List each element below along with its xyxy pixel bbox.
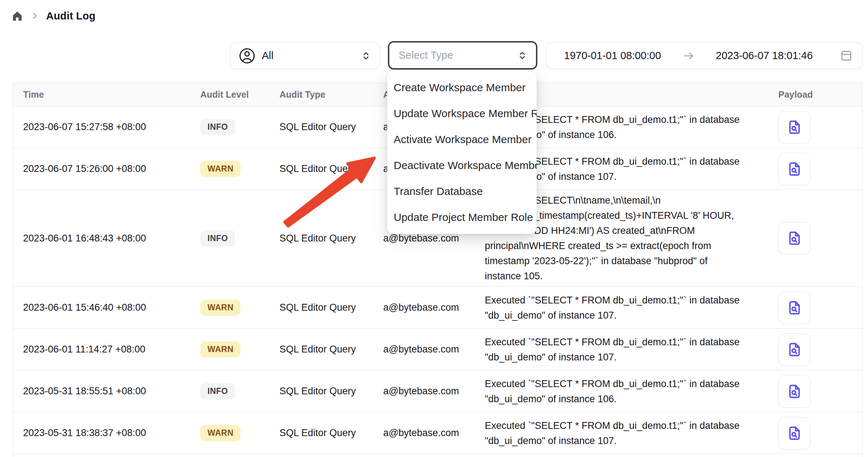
table-row: 2023-05-31 18:55:51 +08:00 INFO SQL Edit… <box>13 371 862 412</box>
cell-time: 2023-06-01 11:14:27 +08:00 <box>13 344 200 355</box>
dropdown-item[interactable]: Activate Workspace Member <box>387 127 537 152</box>
cell-comment: Executed `"SELECT * FROM db_ui_demo.t1;"… <box>485 334 778 365</box>
cell-payload <box>778 333 862 366</box>
col-header-time: Time <box>13 89 200 100</box>
cell-actor: a@bytebase.com <box>383 344 485 355</box>
chevron-updown-icon <box>360 50 372 62</box>
cell-audit-type: SQL Editor Query <box>279 121 383 133</box>
cell-audit-type: SQL Editor Query <box>279 344 383 355</box>
audit-level-badge: WARN <box>200 300 241 316</box>
audit-level-badge: INFO <box>200 119 235 135</box>
cell-comment: Executed `"SELECT * FROM db_ui_demo.t1;"… <box>485 293 778 323</box>
cell-audit-type: SQL Editor Query <box>279 427 383 439</box>
document-search-icon <box>786 119 803 136</box>
view-payload-button[interactable] <box>778 333 811 366</box>
view-payload-button[interactable] <box>778 153 811 185</box>
chevron-right-icon <box>30 11 40 21</box>
dropdown-item[interactable]: Create Workspace Member <box>387 75 537 101</box>
audit-level-badge: INFO <box>200 383 235 399</box>
view-payload-button[interactable] <box>778 292 811 324</box>
cell-time: 2023-06-01 15:46:40 +08:00 <box>13 302 200 313</box>
table-row: 2023-06-01 15:46:40 +08:00 WARN SQL Edit… <box>13 287 862 329</box>
cell-audit-type: SQL Editor Query <box>279 163 383 174</box>
cell-payload <box>778 375 862 408</box>
cell-time: 2023-06-01 16:48:43 +08:00 <box>13 233 200 244</box>
audit-level-badge: WARN <box>200 161 241 177</box>
page-title: Audit Log <box>46 10 95 22</box>
document-search-icon <box>786 425 803 442</box>
date-range-end[interactable]: 2023-06-07 18:01:46 <box>716 50 813 62</box>
col-header-payload: Payload <box>778 89 862 100</box>
breadcrumb: Audit Log <box>11 9 95 22</box>
calendar-icon <box>840 49 853 63</box>
document-search-icon <box>786 383 803 400</box>
cell-payload <box>778 153 862 185</box>
type-filter-select[interactable]: Select Type <box>388 41 537 70</box>
cell-audit-type: SQL Editor Query <box>279 302 383 313</box>
actor-filter-value: All <box>262 50 360 62</box>
document-search-icon <box>786 230 803 247</box>
cell-time: 2023-05-31 18:55:51 +08:00 <box>13 386 200 397</box>
audit-level-badge: INFO <box>200 230 235 247</box>
audit-level-badge: WARN <box>200 341 241 358</box>
view-payload-button[interactable] <box>778 111 811 143</box>
arrow-right-icon <box>683 50 695 62</box>
type-filter-dropdown: Create Workspace Member Update Workspace… <box>387 71 537 234</box>
dropdown-item[interactable]: Update Workspace Member Role <box>387 101 537 127</box>
view-payload-button[interactable] <box>778 417 811 449</box>
dropdown-item[interactable]: Update Project Member Role <box>387 204 537 230</box>
chevron-updown-icon <box>516 50 528 61</box>
col-header-audit-type: Audit Type <box>279 89 383 100</box>
actor-filter-select[interactable]: All <box>231 43 380 69</box>
dropdown-item[interactable]: Transfer Database <box>387 178 537 204</box>
audit-level-badge: WARN <box>200 425 241 441</box>
view-payload-button[interactable] <box>778 222 811 254</box>
cell-time: 2023-05-31 18:38:37 +08:00 <box>13 427 200 439</box>
cell-payload <box>778 292 862 324</box>
document-search-icon <box>786 161 803 177</box>
cell-comment: Executed `"SELECT * FROM db_ui_demo.t1;"… <box>485 376 778 407</box>
user-circle-icon <box>239 48 255 64</box>
type-filter-placeholder: Select Type <box>399 49 516 61</box>
date-range-picker[interactable]: 1970-01-01 08:00:00 2023-06-07 18:01:46 <box>546 43 863 69</box>
cell-comment: Executed `"SELECT * FROM db_ui_demo.t1;"… <box>485 418 778 448</box>
date-range-start[interactable]: 1970-01-01 08:00:00 <box>564 50 661 62</box>
home-icon[interactable] <box>11 9 24 22</box>
cell-audit-type: SQL Editor Query <box>279 386 383 397</box>
table-row: 2023-06-01 11:14:27 +08:00 WARN SQL Edit… <box>13 329 862 371</box>
cell-audit-type: SQL Editor Query <box>279 233 383 244</box>
cell-payload <box>778 417 862 449</box>
view-payload-button[interactable] <box>778 375 811 408</box>
cell-actor: a@bytebase.com <box>383 386 485 397</box>
cell-payload <box>778 111 862 143</box>
cell-actor: a@bytebase.com <box>383 233 485 244</box>
col-header-audit-level: Audit Level <box>200 89 279 100</box>
cell-payload <box>778 222 862 254</box>
cell-time: 2023-06-07 15:27:58 +08:00 <box>13 121 200 133</box>
dropdown-item[interactable]: Deactivate Workspace Member <box>387 152 537 178</box>
cell-actor: a@bytebase.com <box>383 302 485 313</box>
cell-time: 2023-06-07 15:26:00 +08:00 <box>13 163 200 174</box>
document-search-icon <box>786 341 803 358</box>
document-search-icon <box>786 300 803 316</box>
cell-actor: a@bytebase.com <box>383 427 485 439</box>
table-row: 2023-05-31 18:38:37 +08:00 WARN SQL Edit… <box>13 412 862 454</box>
